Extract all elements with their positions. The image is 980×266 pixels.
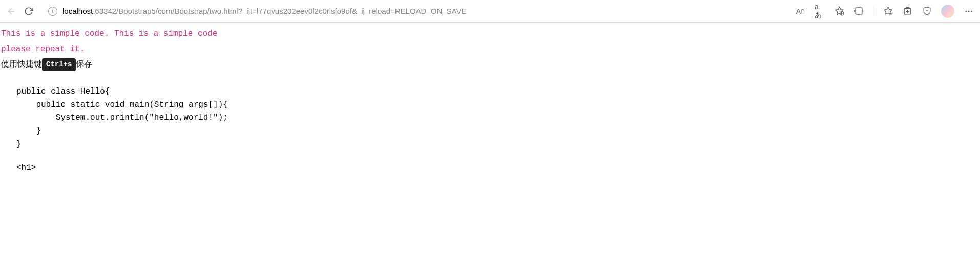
toolbar-divider — [873, 6, 873, 16]
browser-toolbar: i localhost:63342/Bootstrap5/com/Bootstr… — [0, 0, 980, 23]
more-menu-icon[interactable] — [964, 6, 974, 16]
favorites-list-icon[interactable] — [883, 6, 893, 16]
extensions-icon[interactable] — [853, 6, 864, 16]
favorite-icon[interactable] — [834, 6, 844, 16]
svg-marker-5 — [884, 7, 891, 14]
pink-text-block: This is a simple code. This is a simple … — [1, 28, 979, 56]
toolbar-actions: A⋂ aあ — [795, 5, 974, 18]
address-bar[interactable]: i localhost:63342/Bootstrap5/com/Bootstr… — [43, 5, 786, 18]
url-text: localhost:63342/Bootstrap5/com/Bootstrap… — [62, 7, 467, 15]
security-icon[interactable] — [922, 6, 932, 16]
shortcut-prefix: 使用快捷键 — [1, 59, 42, 68]
site-info-icon[interactable]: i — [48, 7, 57, 16]
shortcut-suffix: 保存 — [76, 59, 92, 68]
page-content: This is a simple code. This is a simple … — [0, 23, 980, 178]
back-button[interactable] — [6, 6, 16, 16]
nav-buttons — [6, 6, 34, 16]
text-size-icon[interactable]: A⋂ — [795, 6, 805, 16]
keyboard-shortcut: Ctrl+s — [42, 58, 76, 71]
svg-point-11 — [926, 10, 927, 11]
collections-icon[interactable] — [902, 6, 912, 16]
shortcut-line: 使用快捷键Ctrl+s保存 — [1, 58, 979, 71]
h1-tag-text: <h1> — [16, 163, 979, 172]
svg-point-12 — [965, 10, 967, 12]
profile-avatar[interactable] — [941, 5, 954, 18]
refresh-button[interactable] — [24, 6, 34, 16]
svg-point-14 — [971, 10, 972, 12]
svg-point-13 — [968, 10, 970, 12]
pink-line-2: please repeat it. — [1, 43, 979, 56]
pink-line-1: This is a simple code. This is a simple … — [1, 28, 979, 41]
translate-icon[interactable]: aあ — [815, 6, 825, 16]
code-block: public class Hello{ public static void m… — [16, 85, 979, 151]
url-host: localhost — [62, 7, 93, 15]
url-path: :63342/Bootstrap5/com/Bootstrap/two.html… — [93, 7, 466, 15]
